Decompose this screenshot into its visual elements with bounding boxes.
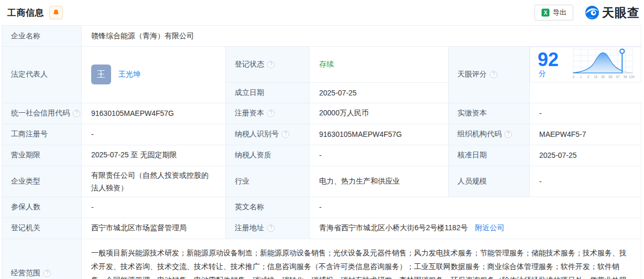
taxpayer-quality-value: - xyxy=(310,145,449,166)
table-row: 法定代表人 王 王光坤 登记状态 存续 天眼评分 92分 xyxy=(2,47,641,83)
excel-icon: X xyxy=(541,8,550,17)
establish-date-value: 2025-07-25 xyxy=(310,82,449,103)
business-term-label: 营业期限 xyxy=(2,145,82,166)
help-icon[interactable] xyxy=(43,270,51,277)
score-label: 天眼评分 xyxy=(457,70,487,78)
help-icon[interactable] xyxy=(267,110,275,117)
table-row: 工商注册号 - 纳税人识别号 91630105MAEPW4F57G 组织机构代码… xyxy=(2,124,641,145)
insured-count-value: - xyxy=(82,197,226,218)
business-info-table: 企业名称 赣锋综合能源（青海）有限公司 法定代表人 王 王光坤 登记状态 存续 … xyxy=(2,25,641,279)
reg-capital-label: 注册资本 xyxy=(235,109,264,117)
legal-rep-cell: 王 王光坤 xyxy=(82,47,226,103)
staff-size-value: - xyxy=(530,166,641,197)
industry-label: 行业 xyxy=(226,166,310,197)
english-name-label: 英文名称 xyxy=(226,197,310,218)
export-label: 导出 xyxy=(553,8,566,17)
taxpayer-id-value: 91630105MAEPW4F57G xyxy=(310,124,449,145)
business-scope-value: 一般项目新兴能源技术研发；新能源原动设备制造；新能源原动设备销售；光伏设备及元器… xyxy=(91,239,635,279)
reg-authority-label: 登记机关 xyxy=(2,218,82,239)
table-row: 营业期限 2025-07-25 至 无固定期限 纳税人资质 - 核准日期 202… xyxy=(2,145,641,166)
english-name-value: - xyxy=(310,197,641,218)
svg-text:100: 100 xyxy=(629,75,635,79)
staff-size-label: 人员规模 xyxy=(449,166,530,197)
score-cell: 92分 xyxy=(530,47,641,82)
reg-status-label: 登记状态 xyxy=(235,60,264,68)
table-row: 企业类型 有限责任公司（自然人投资或控股的法人独资） 行业 电力、热力生产和供应… xyxy=(2,166,641,197)
reg-capital-value: 20000万人民币 xyxy=(310,103,449,124)
company-type-label: 企业类型 xyxy=(2,166,82,197)
table-row: 登记机关 西宁市城北区市场监督管理局 注册地址 青海省西宁市城北区小桥大街6号2… xyxy=(2,218,641,239)
score-value: 92 xyxy=(538,49,559,70)
table-row: 经营范围 一般项目新兴能源技术研发；新能源原动设备制造；新能源原动设备销售；光伏… xyxy=(2,239,641,279)
tianyancha-eye-icon xyxy=(585,5,599,20)
reg-address-cell: 青海省西宁市城北区小桥大街6号2号楼1182号 附近公司 xyxy=(310,218,641,239)
reg-address-label: 注册地址 xyxy=(235,223,264,232)
credit-code-value: 91630105MAEPW4F57G xyxy=(82,103,226,124)
reg-status-value: 存续 xyxy=(310,47,449,83)
help-icon[interactable] xyxy=(282,131,289,138)
help-icon[interactable] xyxy=(505,131,512,138)
help-icon[interactable] xyxy=(490,71,497,78)
score-unit: 分 xyxy=(539,69,546,78)
approval-date-value: 2025-07-25 xyxy=(530,145,641,166)
legal-rep-avatar[interactable]: 王 xyxy=(91,65,111,84)
svg-text:1: 1 xyxy=(580,75,582,79)
taxpayer-id-label-cell: 纳税人识别号 xyxy=(226,124,310,145)
export-button[interactable]: X 导出 xyxy=(534,5,573,20)
svg-text:3: 3 xyxy=(587,75,590,79)
paid-capital-label: 实缴资本 xyxy=(449,103,530,124)
business-scope-cell: 一般项目新兴能源技术研发；新能源原动设备制造；新能源原动设备销售；光伏设备及元器… xyxy=(82,239,641,279)
svg-text:0: 0 xyxy=(573,75,575,79)
legal-rep-link[interactable]: 王光坤 xyxy=(118,70,140,79)
legal-rep-label: 法定代表人 xyxy=(2,47,82,103)
svg-text:99: 99 xyxy=(624,75,628,79)
svg-text:15: 15 xyxy=(594,75,598,79)
svg-text:X: X xyxy=(544,10,548,16)
establish-date-label: 成立日期 xyxy=(226,82,310,103)
approval-date-label: 核准日期 xyxy=(449,145,530,166)
business-info-panel: 工商信息 X 导出 xyxy=(0,0,644,279)
score-distribution-chart: 0 1 3 15 50 85 97 99 100 xyxy=(572,47,635,82)
table-row: 企业名称 赣锋综合能源（青海）有限公司 xyxy=(2,26,641,47)
credit-code-label: 统一社会信用代码 xyxy=(11,109,70,117)
reg-authority-value: 西宁市城北区市场监督管理局 xyxy=(82,218,226,239)
reg-address-value: 青海省西宁市城北区小桥大街6号2号楼1182号 xyxy=(319,223,468,232)
help-icon[interactable] xyxy=(267,61,275,68)
insured-count-label: 参保人数 xyxy=(2,197,82,218)
industry-value: 电力、热力生产和供应业 xyxy=(310,166,449,197)
brand-name: 天眼查 xyxy=(602,5,640,21)
business-scope-label: 经营范围 xyxy=(11,269,40,277)
svg-text:97: 97 xyxy=(616,75,620,79)
taxpayer-id-label: 纳税人识别号 xyxy=(235,130,279,138)
credit-code-label-cell: 统一社会信用代码 xyxy=(2,103,82,124)
reg-address-label-cell: 注册地址 xyxy=(226,218,310,239)
page-title: 工商信息 xyxy=(7,7,44,19)
table-row: 参保人数 - 英文名称 - xyxy=(2,197,641,218)
org-code-label-cell: 组织机构代码 xyxy=(449,124,530,145)
taxpayer-quality-label: 纳税人资质 xyxy=(226,145,310,166)
paid-capital-value: - xyxy=(530,103,641,124)
org-code-label: 组织机构代码 xyxy=(457,130,501,138)
company-type-value: 有限责任公司（自然人投资或控股的法人独资） xyxy=(82,166,226,197)
reg-capital-label-cell: 注册资本 xyxy=(226,103,310,124)
score-label-cell: 天眼评分 xyxy=(449,47,530,103)
company-name-label: 企业名称 xyxy=(2,26,82,47)
company-name-value: 赣锋综合能源（青海）有限公司 xyxy=(82,26,641,47)
tianyancha-logo: 天眼查 xyxy=(585,5,641,21)
bell-icon xyxy=(52,9,60,16)
panel-header: 工商信息 X 导出 xyxy=(0,0,644,25)
nearby-companies-link[interactable]: 附近公司 xyxy=(475,223,505,232)
monitor-bell-button[interactable] xyxy=(49,6,63,19)
help-icon[interactable] xyxy=(267,224,275,232)
reg-number-value: - xyxy=(82,124,226,145)
table-row: 统一社会信用代码 91630105MAEPW4F57G 注册资本 20000万人… xyxy=(2,103,641,124)
reg-status-label-cell: 登记状态 xyxy=(226,47,310,83)
help-icon[interactable] xyxy=(73,110,80,117)
svg-text:50: 50 xyxy=(601,75,605,79)
business-scope-label-cell: 经营范围 xyxy=(2,239,82,279)
reg-number-label: 工商注册号 xyxy=(2,124,82,145)
business-term-value: 2025-07-25 至 无固定期限 xyxy=(82,145,226,166)
svg-text:85: 85 xyxy=(608,75,613,79)
org-code-value: MAEPW4F5-7 xyxy=(530,124,641,145)
